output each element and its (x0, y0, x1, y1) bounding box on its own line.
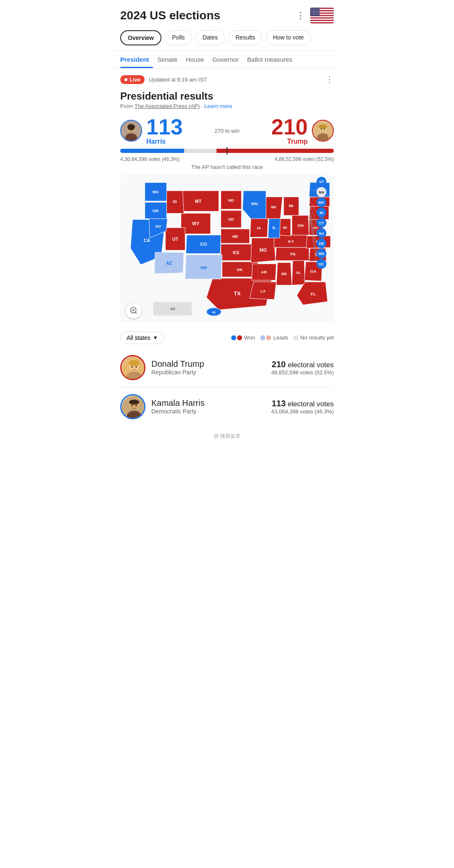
won-dots (231, 335, 242, 340)
svg-text:IL: IL (272, 225, 276, 230)
svg-text:KY: KY (288, 239, 294, 244)
tab-ballot-measures[interactable]: Ballot measures (243, 51, 297, 68)
legend-leads-label: Leads (273, 334, 288, 341)
trump-electoral-count: 210 (271, 116, 308, 138)
harris-progress (120, 149, 184, 153)
pill-results[interactable]: Results (228, 30, 262, 45)
harris-electoral-count: 113 (146, 116, 183, 138)
svg-text:TX: TX (234, 291, 241, 297)
trump-electoral-votes: 210 electoral votes (271, 360, 334, 369)
learn-more-link[interactable]: Learn more (204, 103, 232, 109)
legend-no-results: No results yet (293, 334, 334, 341)
harris-left: 113 Harris (120, 116, 183, 145)
all-states-button[interactable]: All states ▼ (120, 331, 164, 344)
svg-text:NJ: NJ (319, 231, 324, 236)
source-link[interactable]: The Associated Press (AP) (135, 103, 200, 109)
svg-point-22 (126, 134, 137, 141)
svg-point-158 (135, 405, 137, 406)
progress-bar-container (120, 149, 334, 153)
svg-text:IA: IA (257, 226, 261, 230)
pill-how-to-vote[interactable]: How to vote (266, 30, 311, 45)
live-badge: Live (120, 75, 145, 84)
svg-point-150 (129, 360, 140, 366)
leads-blue-dot (260, 335, 265, 340)
pill-dates[interactable]: Dates (195, 30, 225, 45)
svg-text:MT: MT (195, 199, 202, 204)
main-content: Live Updated at 9:19 am IST ⋮ Presidenti… (114, 68, 340, 426)
svg-text:AZ: AZ (166, 260, 172, 266)
leads-red-dot (266, 335, 271, 340)
svg-text:FL: FL (311, 292, 316, 296)
trump-list-left: Donald Trump Republican Party (120, 355, 204, 380)
svg-text:MO: MO (259, 247, 267, 253)
svg-text:MN: MN (251, 201, 258, 206)
tab-house[interactable]: House (182, 51, 208, 68)
trump-info: Donald Trump Republican Party (151, 359, 204, 376)
svg-text:DC: DC (319, 262, 324, 266)
svg-text:TN: TN (290, 252, 296, 256)
trump-progress (216, 149, 334, 153)
svg-text:NH: NH (319, 190, 324, 195)
svg-text:MA: MA (319, 200, 325, 205)
won-blue-dot (231, 335, 236, 340)
harris-party: Democratic Party (151, 408, 205, 415)
source-dot: · (200, 103, 204, 109)
trump-votes-block: 210 Trump (271, 116, 308, 145)
svg-text:IN: IN (283, 226, 287, 230)
svg-rect-6 (310, 21, 334, 22)
tab-governor[interactable]: Governor (208, 51, 243, 68)
flag-icon: ★ ★ ★ ★ ★ ★ ★ ★ ★ ★ ★ ★ ★ ★ ★ ★ ★ ★ ★ ★ … (310, 8, 334, 24)
svg-point-151 (131, 366, 133, 368)
svg-text:WV: WV (313, 226, 319, 230)
svg-text:OR: OR (153, 208, 159, 213)
svg-text:NV: NV (156, 224, 161, 229)
svg-text:OK: OK (237, 267, 243, 272)
harris-list-item[interactable]: Kamala Harris Democratic Party 113 elect… (120, 387, 334, 426)
section-title: Presidential results (120, 90, 334, 102)
race-status: The AP hasn't called this race (120, 164, 334, 170)
candidate-comparison-row: 113 Harris 270 to win 210 Trump (120, 116, 334, 145)
harris-stats: 113 electoral votes 43,064,398 votes (46… (271, 399, 334, 415)
pill-overview[interactable]: Overview (120, 30, 161, 45)
tab-president[interactable]: President (120, 51, 153, 68)
live-more-options[interactable]: ⋮ (325, 74, 334, 84)
svg-point-30 (317, 134, 328, 141)
header-actions: ⋮ ★ ★ ★ ★ ★ ★ ★ ★ ★ ★ ★ ★ ★ ★ ★ ★ ★ ★ ★ … (296, 8, 334, 24)
harris-info: Kamala Harris Democratic Party (151, 398, 205, 415)
svg-text:OH: OH (298, 223, 304, 228)
svg-rect-5 (310, 18, 334, 20)
svg-point-19 (128, 126, 135, 130)
harris-list-left: Kamala Harris Democratic Party (120, 394, 205, 419)
svg-text:GA: GA (310, 269, 317, 274)
zoom-button[interactable] (125, 302, 142, 319)
svg-text:CO: CO (200, 242, 207, 247)
page-title: 2024 US elections (120, 9, 220, 22)
svg-text:KS: KS (233, 250, 239, 255)
svg-point-20 (129, 129, 130, 130)
leads-dots (260, 335, 271, 340)
svg-text:MD: MD (319, 252, 325, 256)
harris-votes-block: 113 Harris (146, 116, 183, 145)
live-label: Live (129, 76, 140, 83)
watermark: @ 猪霸奋苦 (114, 426, 340, 443)
live-updated: Updated at 9:19 am IST (149, 76, 207, 83)
legend-leads: Leads (260, 334, 288, 341)
trump-list-item[interactable]: Donald Trump Republican Party 210 electo… (120, 348, 334, 387)
more-options-button[interactable]: ⋮ (296, 10, 305, 21)
live-dot-icon (124, 78, 127, 81)
pill-polls[interactable]: Polls (165, 30, 192, 45)
svg-text:AK: AK (170, 307, 176, 311)
svg-text:ND: ND (228, 198, 234, 203)
trump-stats: 210 electoral votes 48,852,598 votes (52… (271, 360, 334, 376)
svg-line-144 (135, 312, 137, 314)
source-prefix: From (120, 103, 135, 109)
trump-full-name: Donald Trump (151, 359, 204, 369)
chevron-down-icon: ▼ (153, 335, 158, 341)
to-win-label: 270 to win (183, 128, 271, 134)
svg-text:NE: NE (232, 234, 238, 239)
svg-text:VT: VT (319, 180, 324, 184)
svg-text:CA: CA (144, 238, 150, 243)
tab-senate[interactable]: Senate (153, 51, 182, 68)
votes-row: 4,30,64,398 votes (46.3%) 4,88,52,598 vo… (120, 156, 334, 162)
svg-point-157 (131, 405, 133, 406)
